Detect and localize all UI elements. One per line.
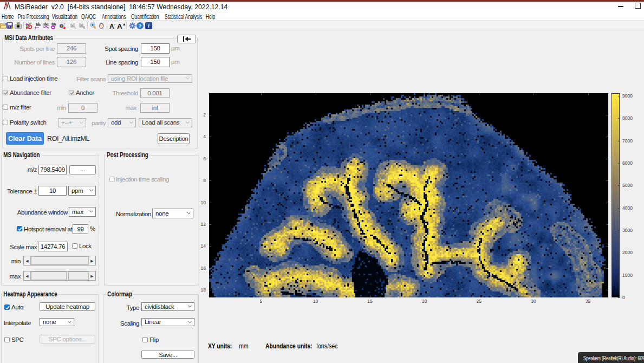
svg-text:i: i bbox=[148, 23, 149, 29]
svg-text:?: ? bbox=[139, 23, 142, 29]
